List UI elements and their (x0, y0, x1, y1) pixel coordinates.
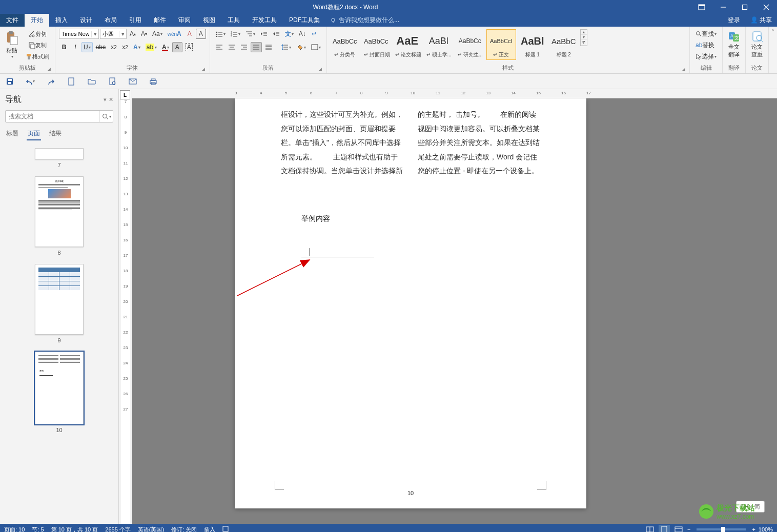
clear-formatting-button[interactable]: A (185, 29, 195, 39)
format-painter-button[interactable]: 格式刷 (23, 51, 51, 62)
tab-design[interactable]: 设计 (74, 14, 98, 27)
bold-button[interactable]: B (59, 42, 69, 52)
distributed-button[interactable] (263, 42, 274, 52)
text-effects-button[interactable]: A▾ (131, 42, 142, 52)
font-name-combo[interactable]: ▾ (59, 29, 99, 39)
nav-search-input[interactable] (6, 111, 99, 122)
style-item-1[interactable]: AaBbCc↵ 封面日期 (361, 29, 391, 60)
clipboard-launcher[interactable]: ◢ (46, 66, 52, 72)
login-button[interactable]: 登录 (723, 14, 745, 27)
copy-button[interactable]: 复制 (23, 40, 51, 50)
vertical-ruler[interactable]: 789101112131415161718192021222324252627 (121, 99, 130, 524)
tab-mailings[interactable]: 邮件 (148, 14, 172, 27)
change-case-button[interactable]: Aa▾ (150, 29, 165, 39)
style-item-0[interactable]: AaBbCc↵ 分类号 (330, 29, 360, 60)
status-page-count[interactable]: 第 10 页，共 10 页 (51, 526, 98, 533)
status-language[interactable]: 英语(美国) (138, 526, 164, 533)
character-border-button[interactable]: A (183, 42, 195, 52)
tab-view[interactable]: 视图 (197, 14, 221, 27)
full-translate-button[interactable]: A文 全文翻译 (725, 28, 743, 62)
borders-button[interactable]: ▾ (309, 42, 323, 52)
style-gallery[interactable]: AaBbCc↵ 分类号 AaBbCc↵ 封面日期 AaE↵ 论文标题 AaBl↵… (329, 28, 588, 62)
bullets-button[interactable]: ▾ (214, 29, 228, 39)
horizontal-ruler[interactable]: 34567891011121314151617 (132, 89, 777, 98)
font-color-button[interactable]: A▾ (160, 42, 171, 52)
tab-selector-button[interactable]: L (120, 90, 130, 99)
styles-prev-button[interactable]: ▴ (581, 30, 587, 35)
style-item-5[interactable]: AaBbCcI↵ 正文 (486, 29, 516, 60)
multilevel-list-button[interactable]: ▾ (243, 29, 257, 39)
view-web-layout-button[interactable] (673, 525, 684, 532)
zoom-out-button[interactable]: − (687, 526, 690, 532)
status-page[interactable]: 页面: 10 (4, 526, 25, 533)
maximize-button[interactable] (734, 0, 755, 14)
nav-search-button[interactable]: ▾ (99, 111, 113, 122)
nav-tab-pages[interactable]: 页面 (27, 128, 41, 140)
align-left-button[interactable] (214, 42, 225, 52)
increase-indent-button[interactable] (271, 29, 282, 39)
superscript-button[interactable]: x2 (120, 42, 130, 52)
cut-button[interactable]: 剪切 (23, 29, 51, 39)
thumb-page-9[interactable] (35, 264, 84, 335)
view-read-mode-button[interactable] (644, 525, 656, 532)
shrink-font-button[interactable]: A▾ (139, 29, 149, 39)
example-heading[interactable]: 举例内容 (301, 214, 586, 223)
tab-file[interactable]: 文件 (0, 14, 25, 27)
find-button[interactable]: 查找▾ (693, 29, 719, 39)
styles-launcher[interactable]: ◢ (680, 66, 686, 72)
zoom-in-button[interactable]: + (752, 526, 755, 532)
replace-button[interactable]: ab替换 (693, 40, 717, 50)
style-item-7[interactable]: AaBbC标题 2 (549, 29, 579, 60)
highlight-button[interactable]: ab▾ (144, 42, 159, 52)
align-center-button[interactable] (226, 42, 237, 52)
status-section[interactable]: 节: 5 (32, 526, 44, 533)
page-10[interactable]: 框设计，这些设计可互为补充。例如，您可以添加匹配的封面、页眉和提要栏。单击"插入… (235, 98, 586, 508)
subscript-button[interactable]: x2 (109, 42, 119, 52)
character-shading-button[interactable]: A (172, 42, 182, 52)
underline-input-line[interactable] (301, 249, 374, 257)
tab-developer[interactable]: 开发工具 (246, 14, 283, 27)
nav-dropdown-button[interactable]: ▾ (104, 96, 107, 103)
nav-search-box[interactable]: ▾ (5, 110, 113, 122)
status-track-changes[interactable]: 修订: 关闭 (171, 526, 197, 533)
styles-next-button[interactable]: ▾ (581, 35, 587, 40)
numbering-button[interactable]: 123▾ (229, 29, 242, 39)
status-macro[interactable] (222, 526, 229, 532)
view-print-layout-button[interactable] (659, 525, 670, 532)
style-item-3[interactable]: AaBl↵ 硕士学... (424, 29, 454, 60)
styles-more-button[interactable]: ⧩ (581, 40, 587, 46)
nav-tab-headings[interactable]: 标题 (5, 128, 19, 140)
show-hide-button[interactable]: ↵ (309, 29, 319, 39)
save-button[interactable] (5, 77, 14, 86)
page-thumbnails[interactable]: 7 图片和表8 9 举例10 (5, 144, 113, 521)
minimize-button[interactable] (712, 0, 734, 14)
style-item-6[interactable]: AaBl标题 1 (518, 29, 547, 60)
tab-review[interactable]: 审阅 (172, 14, 197, 27)
tab-references[interactable]: 引用 (123, 14, 148, 27)
status-word-count[interactable]: 2655 个字 (105, 526, 131, 533)
underline-button[interactable]: U▾ (81, 42, 93, 52)
style-item-4[interactable]: AaBbCc↵ 研究生... (455, 29, 485, 60)
font-size-combo[interactable]: ▾ (100, 29, 127, 39)
strikethrough-button[interactable]: abc (94, 42, 108, 52)
undo-button[interactable]: ▾ (26, 77, 35, 86)
email-button[interactable] (128, 77, 137, 86)
tab-layout[interactable]: 布局 (98, 14, 123, 27)
sort-button[interactable]: A↓ (297, 29, 308, 39)
paste-button[interactable]: 粘贴▾ (2, 28, 22, 62)
decrease-indent-button[interactable] (258, 29, 270, 39)
asian-layout-button[interactable]: 文▾ (283, 29, 296, 39)
tell-me-search[interactable]: 告诉我您想要做什么... (326, 14, 403, 27)
nav-close-button[interactable]: ✕ (109, 96, 113, 103)
paragraph-launcher[interactable]: ◢ (317, 66, 323, 72)
page-text-content[interactable]: 框设计，这些设计可互为补充。例如，您可以添加匹配的封面、页眉和提要栏。单击"插入… (235, 98, 586, 199)
status-insert-mode[interactable]: 插入 (204, 526, 215, 533)
nav-tab-results[interactable]: 结果 (48, 128, 63, 140)
tab-tools[interactable]: 工具 (221, 14, 246, 27)
tab-home[interactable]: 开始 (25, 14, 49, 27)
select-button[interactable]: 选择▾ (693, 51, 719, 62)
line-spacing-button[interactable]: ▾ (279, 42, 293, 52)
align-right-button[interactable] (238, 42, 250, 52)
thumb-page-7[interactable] (35, 148, 84, 159)
shading-button[interactable]: ▾ (294, 42, 308, 52)
